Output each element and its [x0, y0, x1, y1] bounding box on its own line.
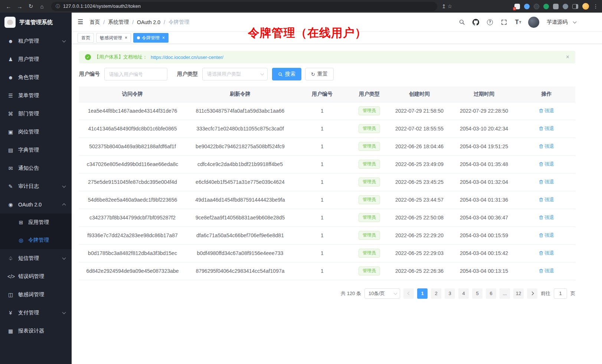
sidebar-subitem-0[interactable]: ⊞应用管理 — [0, 214, 72, 231]
github-icon[interactable] — [472, 18, 480, 26]
chevron-down-icon — [62, 39, 66, 42]
breadcrumb-item: 令牌管理 — [169, 19, 189, 26]
force-logout-button[interactable]: 强退 — [539, 232, 554, 239]
sidebar-item-8[interactable]: ✎审计日志 — [0, 177, 72, 195]
force-logout-button[interactable]: 强退 — [539, 125, 554, 132]
force-logout-button[interactable]: 强退 — [539, 196, 554, 203]
user-avatar[interactable] — [528, 17, 539, 28]
sidebar-item-6[interactable]: ▤字典管理 — [0, 141, 72, 159]
page-ellipsis[interactable]: ... — [500, 288, 510, 299]
back-button[interactable]: ← — [4, 1, 13, 11]
column-header: 操作 — [518, 86, 575, 102]
user-id-label: 用户编号 — [79, 71, 100, 77]
search-button[interactable]: 搜索 — [272, 68, 301, 80]
prev-page-button[interactable] — [403, 288, 414, 299]
user-id-cell: 1 — [294, 173, 350, 191]
sidebar-item-7[interactable]: ✉通知公告 — [0, 159, 72, 177]
force-logout-button[interactable]: 强退 — [539, 268, 554, 274]
side-panel-icon[interactable] — [572, 4, 578, 9]
reload-button[interactable]: ↻ — [26, 1, 36, 11]
action-cell: 强退 — [518, 102, 575, 120]
home-button[interactable]: ⌂ — [37, 1, 47, 11]
force-logout-button[interactable]: 强退 — [539, 107, 554, 114]
search-icon[interactable] — [458, 18, 466, 26]
sidebar-item-10[interactable]: ♤短信管理 — [0, 249, 72, 267]
extension-2-icon[interactable] — [524, 4, 530, 9]
sidebar-item-4[interactable]: ⌘部门管理 — [0, 105, 72, 123]
breadcrumb-item[interactable]: 首页 — [89, 19, 100, 26]
help-icon[interactable]: ? — [486, 18, 494, 26]
force-logout-button[interactable]: 强退 — [539, 214, 554, 221]
url-bar[interactable]: ⓘ 127.0.0.1:1024/system/oauth2/token — [51, 2, 437, 11]
trash-icon — [539, 108, 543, 113]
user-type-label: 用户类型 — [177, 71, 198, 77]
collapse-menu-icon[interactable]: ☰ — [78, 18, 83, 26]
action-cell: 强退 — [518, 191, 575, 209]
page-button-6[interactable]: 6 — [486, 288, 496, 299]
browser-menu-kebab-icon[interactable]: ⋮ — [593, 3, 598, 9]
goto-page-input[interactable] — [554, 288, 567, 299]
sidebar-item-13[interactable]: ¥支付管理 — [0, 304, 72, 322]
user-type-cell: 管理员 — [350, 102, 389, 120]
page-button-12[interactable]: 12 — [513, 288, 524, 299]
expire-time-cell: 2054-03-04 00:15:59 — [450, 226, 518, 244]
puzzle-extensions-icon[interactable] — [553, 4, 559, 9]
browser-profile-avatar[interactable] — [582, 3, 589, 10]
forward-button[interactable]: → — [15, 1, 24, 11]
big-t-glyph: T — [515, 19, 519, 26]
breadcrumb-item[interactable]: OAuth 2.0 — [137, 19, 160, 25]
force-logout-button[interactable]: 强退 — [539, 179, 554, 185]
sidebar-subitem-1[interactable]: ◎令牌管理 — [0, 231, 72, 249]
user-type-badge: 管理员 — [359, 178, 380, 186]
tab-item-1[interactable]: 敏感词管理× — [96, 33, 131, 43]
user-type-badge: 管理员 — [359, 267, 380, 275]
site-info-icon[interactable]: ⓘ — [56, 3, 60, 10]
extension-5-icon[interactable] — [563, 4, 568, 9]
page-button-2[interactable]: 2 — [431, 288, 441, 299]
share-icon[interactable]: ↥ — [442, 3, 446, 9]
page-button-5[interactable]: 5 — [472, 288, 482, 299]
user-id-input[interactable] — [104, 68, 167, 80]
force-logout-button[interactable]: 强退 — [539, 161, 554, 168]
extension-4-icon[interactable] — [543, 4, 549, 9]
breadcrumb-item[interactable]: 系统管理 — [108, 19, 129, 26]
sidebar-item-14[interactable]: ▦报表设计器 — [0, 322, 72, 340]
table-header-row: 访问令牌刷新令牌用户编号用户类型创建时间过期时间操作 — [79, 86, 575, 102]
sidebar-item-2[interactable]: ☻角色管理 — [0, 68, 72, 86]
fullscreen-icon[interactable] — [500, 18, 508, 26]
tab-item-2[interactable]: 令牌管理× — [133, 33, 169, 43]
chevron-down-icon — [62, 184, 66, 188]
sidebar-item-12[interactable]: ◫敏感词管理 — [0, 285, 72, 304]
tab-close-icon[interactable]: × — [162, 36, 165, 40]
tab-close-icon[interactable]: × — [125, 36, 127, 40]
bookmark-star-icon[interactable]: ☆ — [448, 3, 452, 9]
alert-doc-link[interactable]: https://doc.iocoder.cn/user-center/ — [151, 54, 223, 60]
sidebar-item-3[interactable]: ☰菜单管理 — [0, 86, 72, 105]
force-logout-button[interactable]: 强退 — [539, 250, 554, 257]
page-size-select[interactable]: 10条/页 — [364, 288, 400, 299]
sidebar-item-9[interactable]: ◉OAuth 2.0 — [0, 195, 72, 214]
page-button-1[interactable]: 1 — [417, 288, 428, 299]
tab-item-0[interactable]: 首页 — [78, 33, 94, 43]
page-button-4[interactable]: 4 — [458, 288, 469, 299]
force-logout-button[interactable]: 强退 — [539, 143, 554, 150]
refresh-token-cell: b0df4980ffd34c67a08f9156e4eee733 — [186, 244, 294, 262]
alert-close-icon[interactable]: × — [566, 54, 569, 60]
sidebar-item-5[interactable]: ▣岗位管理 — [0, 123, 72, 141]
page-button-3[interactable]: 3 — [445, 288, 455, 299]
next-page-button[interactable] — [527, 288, 537, 299]
extension-3-icon[interactable] — [534, 4, 539, 9]
sidebar-item-0[interactable]: ☻租户管理 — [0, 32, 72, 50]
sidebar-item-11[interactable]: </>错误码管理 — [0, 267, 72, 285]
extension-1-icon[interactable]: 0 — [514, 4, 520, 9]
sidebar-item-label: 短信管理 — [18, 255, 58, 262]
user-type-select[interactable]: 请选择用户类型 — [202, 68, 268, 80]
sidebar-item-1[interactable]: ♟用户管理 — [0, 50, 72, 68]
font-size-icon[interactable]: TT — [514, 18, 522, 26]
refresh-token-cell: 8796295f04064c2983414cc54af1097a — [186, 262, 294, 280]
app-logo[interactable]: 芋道管理系统 — [0, 13, 72, 32]
reset-button[interactable]: ↻ 重置 — [305, 68, 334, 80]
content: ✓ 【用户体系】文档地址： https://doc.iocoder.cn/use… — [72, 44, 602, 364]
expire-time-cell: 2054-03-10 20:42:34 — [450, 120, 518, 138]
username[interactable]: 芋道源码 — [547, 19, 567, 26]
